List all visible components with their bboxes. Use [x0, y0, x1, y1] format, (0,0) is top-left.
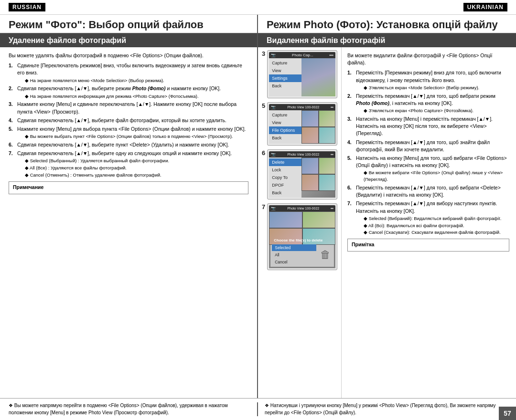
ukr-step-4: 4. Перемістіть перемикач [▲/▼] для того,… — [347, 139, 509, 153]
screenshots-column: 3 📷 Photo Cap... ▪▪▪ Capture View — [258, 47, 342, 398]
ukrainian-page-title: Режим Photo (Фото): Установка опцій файл… — [267, 19, 498, 31]
menu-view-5: View — [269, 119, 301, 126]
screen3-menu: Capture View Settings Back — [269, 58, 301, 96]
ukr-step-7: 7. Перемістіть перемикач [▲/▼] для вибор… — [347, 200, 509, 236]
bottom-note-ukrainian: ❖ Натиснувши і утримуючи кнопку [Menu] у… — [258, 402, 507, 416]
camera-icon-7: 📷 — [271, 206, 276, 210]
menu-fileoptions-5: File Options — [269, 126, 301, 134]
screen7-header: 📷 Photo View 100-0022 ▪▪ — [269, 205, 335, 211]
bottom-notes: ❖ Вы можете напрямую перейти в подменю <… — [0, 398, 516, 420]
camera-icon-6: 📷 — [271, 152, 276, 157]
trash-icon: 🗑 — [318, 247, 333, 263]
screen6-image — [301, 158, 335, 198]
menu-capture-3: Capture — [269, 59, 301, 67]
ukrainian-title-area: Режим Photo (Фото): Установка опцій файл… — [258, 15, 516, 33]
screen7-image: Choose the file(s) to delete Selected Al… — [269, 211, 335, 268]
menu-lock-6: Lock — [269, 166, 301, 174]
russian-step-1: 1. Сдвиньте [Переключатель режимов] вниз… — [9, 62, 248, 84]
ukr-step-5: 5. Натисніть на кнопку [Menu] для того, … — [347, 155, 509, 183]
ukr-step-2: 2. Перемістіть перемикач [▲/▼] для того,… — [347, 93, 509, 114]
screen3-header: 📷 Photo Cap... ▪▪▪ — [269, 52, 335, 58]
ukrainian-content: Ви можете видалити файли фотографій у <F… — [342, 47, 516, 398]
dialog-all: All — [272, 252, 316, 258]
screen-block-5: 5 📷 Photo View 100-0022 ▪▪ Capture View — [262, 102, 337, 146]
menu-settings-3: Settings — [269, 74, 301, 82]
menu-view-3: View — [269, 67, 301, 74]
russian-step-6: 6. Сдвигая переключатель [▲/▼], выберите… — [9, 141, 248, 148]
russian-note-label: Примечание — [13, 184, 244, 191]
russian-note-box: Примечание — [9, 181, 248, 194]
screen-block-3: 3 📷 Photo Cap... ▪▪▪ Capture View — [262, 50, 337, 98]
menu-back-5: Back — [269, 134, 301, 142]
russian-step-5: 5. Нажмите кнопку [Menu] для выбора пунк… — [9, 126, 248, 140]
ukrainian-label: UKRAINIAN — [463, 3, 507, 11]
screen5-menu: Capture View File Options Back — [269, 110, 301, 144]
ukrainian-lang-header: UKRAINIAN — [258, 0, 516, 14]
screen6-header: 📷 Photo View 100-0022 ▪▪ — [269, 151, 335, 158]
screen6-menu: Delete Lock Copy To DPOF Back — [269, 158, 301, 198]
camera-icon-5: 📷 — [271, 105, 276, 109]
menu-back-6: Back — [269, 189, 301, 197]
russian-subtitle: Удаление файлов фотографий — [0, 34, 258, 47]
ukrainian-intro: Ви можете видалити файли фотографій у <F… — [347, 52, 509, 66]
dialog-cancel: Cancel — [272, 259, 316, 265]
russian-step-7: 7. Сдвигая переключатель [▲/▼], выберите… — [9, 150, 248, 178]
screen-block-7: 7 📷 Photo View 100-0022 ▪▪ — [262, 203, 337, 270]
screen5-header: 📷 Photo View 100-0022 ▪▪ — [269, 104, 335, 110]
dialog-selected: Selected — [272, 244, 316, 251]
ukr-step-3: 3. Натисніть на кнопку [Menu] і переміст… — [347, 116, 509, 137]
menu-copyto-6: Copy To — [269, 174, 301, 181]
page-number: 57 — [499, 407, 516, 420]
russian-label: RUSSIAN — [9, 3, 45, 11]
ukrainian-note-box: Примітка — [347, 239, 509, 252]
russian-lang-header: RUSSIAN — [0, 0, 258, 14]
screen-block-6: 6 📷 Photo View 100-0022 ▪▪ Delete Lock — [262, 149, 337, 200]
camera-icon-3: 📷 — [271, 53, 276, 57]
russian-page-title: Режим "Фото": Выбор опций файлов — [9, 19, 204, 31]
menu-delete-6: Delete — [269, 158, 301, 166]
ukrainian-subtitle: Видалення файлів фотографій — [258, 34, 516, 47]
screen3-image — [301, 58, 335, 96]
russian-content: Вы можете удалять файлы фотографий в под… — [0, 47, 258, 398]
bottom-note-russian: ❖ Вы можете напрямую перейти в подменю <… — [9, 402, 258, 416]
ukr-step-1: 1. Перемістіть [Перемикач режиму] вниз д… — [347, 69, 509, 91]
menu-back-3: Back — [269, 82, 301, 90]
menu-capture-5: Capture — [269, 111, 301, 119]
menu-dpof-6: DPOF — [269, 181, 301, 189]
russian-title-area: Режим "Фото": Выбор опций файлов — [0, 15, 258, 33]
screen5-image — [301, 110, 335, 144]
russian-step-3: 3. Нажмите кнопку [Menu] и сдвиньте пере… — [9, 101, 248, 115]
russian-step-2: 2. Сдвигая переключатель [▲/▼], выберите… — [9, 85, 248, 99]
russian-step-4: 4. Сдвигая переключатель [▲/▼], выберите… — [9, 117, 248, 124]
russian-intro: Вы можете удалять файлы фотографий в под… — [9, 52, 248, 59]
ukr-step-6: 6. Перемістіть перемикач [▲/▼] для того,… — [347, 184, 509, 199]
ukrainian-note-label: Примітка — [352, 241, 505, 248]
